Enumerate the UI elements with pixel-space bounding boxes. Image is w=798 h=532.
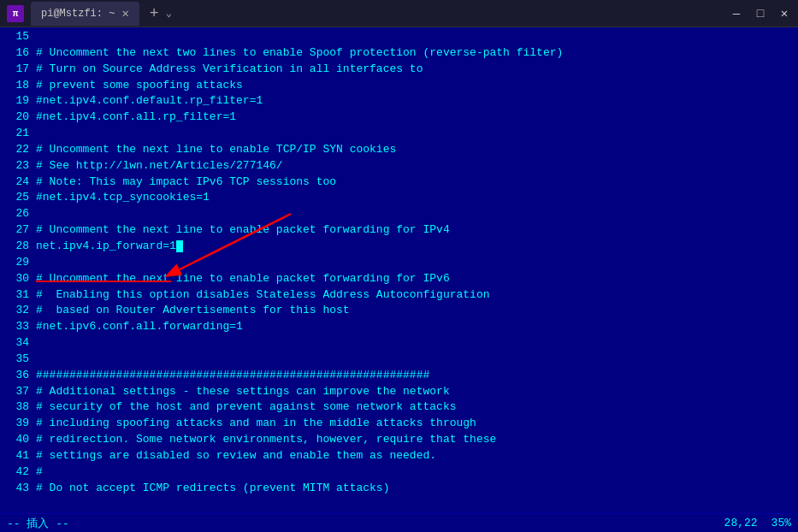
terminal-line: 36######################################…	[5, 368, 793, 384]
line-content: # settings are disabled so review and en…	[36, 448, 436, 464]
terminal-line: 37# Additional settings - these settings…	[5, 384, 793, 400]
terminal-line: 30# Uncomment the next line to enable pa…	[5, 271, 793, 287]
line-number: 41	[5, 448, 29, 464]
terminal-line: 17# Turn on Source Address Verification …	[5, 62, 793, 78]
line-content: #net.ipv4.conf.all.rp_filter=1	[36, 109, 236, 126]
line-number: 37	[5, 384, 29, 400]
window-controls: — □ ✕	[730, 6, 791, 21]
line-content: ########################################…	[36, 368, 429, 384]
tab-close-button[interactable]: ✕	[121, 6, 128, 21]
terminal-line: 23# See http://lwn.net/Articles/277146/	[5, 158, 793, 174]
line-content: #net.ipv4.tcp_syncookies=1	[36, 190, 210, 206]
line-content: # See http://lwn.net/Articles/277146/	[36, 158, 283, 174]
terminal-line: 39# including spoofing attacks and man i…	[5, 416, 793, 432]
titlebar: π pi@Mstzfi: ~ ✕ + ⌄ — □ ✕	[0, 0, 798, 27]
terminal-area: 1516# Uncomment the next two lines to en…	[0, 27, 798, 513]
terminal-line: 18# prevent some spoofing attacks	[5, 78, 793, 94]
maximize-button[interactable]: □	[754, 7, 767, 21]
terminal-line: 15	[5, 29, 793, 45]
line-number: 24	[5, 174, 29, 191]
line-number: 42	[5, 464, 29, 481]
terminal-line: 24# Note: This may impact IPv6 TCP sessi…	[5, 174, 793, 191]
vim-mode: -- 插入 --	[7, 516, 69, 531]
line-number: 21	[5, 126, 29, 142]
line-number: 26	[5, 206, 29, 222]
tab-label: pi@Mstzfi: ~	[41, 8, 115, 20]
line-content: # Uncomment the next line to enable pack…	[36, 271, 450, 287]
line-content: # Additional settings - these settings c…	[36, 384, 450, 400]
line-content: # Turn on Source Address Verification in…	[36, 62, 423, 78]
terminal-line: 16# Uncomment the next two lines to enab…	[5, 45, 793, 62]
terminal-line: 40# redirection. Some network environmen…	[5, 432, 793, 448]
terminal-line: 29	[5, 255, 793, 271]
line-number: 27	[5, 222, 29, 239]
terminal-line: 33#net.ipv6.conf.all.forwarding=1	[5, 319, 793, 335]
line-number: 29	[5, 255, 29, 271]
line-number: 28	[5, 239, 29, 255]
terminal-line: 31# Enabling this option disables Statel…	[5, 287, 793, 304]
line-number: 31	[5, 287, 29, 304]
line-number: 33	[5, 319, 29, 335]
scroll-percent: 35%	[771, 517, 791, 529]
terminal-line: 19#net.ipv4.conf.default.rp_filter=1	[5, 93, 793, 109]
terminal-line: 22# Uncomment the next line to enable TC…	[5, 142, 793, 158]
line-number: 32	[5, 303, 29, 319]
line-content: # Note: This may impact IPv6 TCP session…	[36, 174, 336, 191]
line-content: # Enabling this option disables Stateles…	[36, 287, 490, 304]
line-number: 20	[5, 109, 29, 126]
line-number: 17	[5, 62, 29, 78]
line-number: 43	[5, 481, 29, 497]
tab-add-button[interactable]: +	[150, 5, 159, 22]
minimize-button[interactable]: —	[730, 7, 743, 21]
line-content: net.ipv4.ip_forward=1	[36, 239, 183, 255]
terminal-line: 42#	[5, 464, 793, 481]
terminal-line: 27# Uncomment the next line to enable pa…	[5, 222, 793, 239]
line-content: # redirection. Some network environments…	[36, 432, 496, 448]
terminal-line: 28net.ipv4.ip_forward=1	[5, 239, 793, 255]
tab-item[interactable]: pi@Mstzfi: ~ ✕	[31, 2, 139, 26]
line-number: 23	[5, 158, 29, 174]
terminal-line: 20#net.ipv4.conf.all.rp_filter=1	[5, 109, 793, 126]
terminal-line: 38# security of the host and prevent aga…	[5, 399, 793, 416]
line-content: # Uncomment the next line to enable TCP/…	[36, 142, 396, 158]
line-number: 40	[5, 432, 29, 448]
terminal-icon: π	[7, 5, 24, 22]
line-content: #	[36, 464, 43, 481]
line-number: 16	[5, 45, 29, 62]
line-content: # including spoofing attacks and man in …	[36, 416, 476, 432]
line-content: # Uncomment the next two lines to enable…	[36, 45, 563, 62]
cursor-position: 28,22	[724, 517, 758, 529]
line-number: 25	[5, 190, 29, 206]
terminal-line: 35	[5, 352, 793, 368]
line-content: # Do not accept ICMP redirects (prevent …	[36, 481, 389, 497]
line-number: 38	[5, 399, 29, 416]
line-content: # prevent some spoofing attacks	[36, 78, 243, 94]
line-number: 22	[5, 142, 29, 158]
line-content: # Uncomment the next line to enable pack…	[36, 222, 450, 239]
line-number: 15	[5, 29, 29, 45]
line-content: #net.ipv6.conf.all.forwarding=1	[36, 319, 243, 335]
line-number: 39	[5, 416, 29, 432]
line-number: 35	[5, 352, 29, 368]
line-number: 34	[5, 335, 29, 352]
status-bar: -- 插入 -- 28,22 35%	[0, 513, 798, 532]
line-number: 36	[5, 368, 29, 384]
terminal-line: 34	[5, 335, 793, 352]
terminal-line: 32# based on Router Advertisements for t…	[5, 303, 793, 319]
tab-dropdown-button[interactable]: ⌄	[166, 7, 172, 20]
line-content: # based on Router Advertisements for thi…	[36, 303, 350, 319]
line-number: 18	[5, 78, 29, 94]
text-cursor	[176, 240, 183, 252]
close-button[interactable]: ✕	[777, 6, 791, 21]
terminal-line: 41# settings are disabled so review and …	[5, 448, 793, 464]
terminal-line: 25#net.ipv4.tcp_syncookies=1	[5, 190, 793, 206]
terminal-line: 43# Do not accept ICMP redirects (preven…	[5, 481, 793, 497]
line-number: 30	[5, 271, 29, 287]
terminal-line: 26	[5, 206, 793, 222]
line-number: 19	[5, 93, 29, 109]
line-content: # security of the host and prevent again…	[36, 399, 456, 416]
line-content: #net.ipv4.conf.default.rp_filter=1	[36, 93, 263, 109]
terminal-line: 21	[5, 126, 793, 142]
